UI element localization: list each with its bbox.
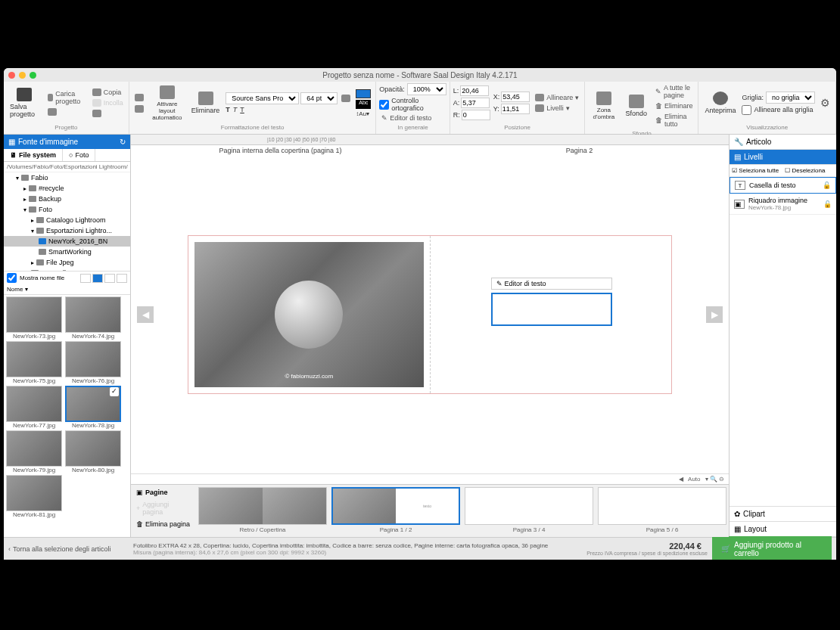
clipart-header[interactable]: ✿Clipart	[730, 507, 836, 522]
page-right[interactable]: ✎Editor di testo	[431, 236, 672, 393]
new-project-button[interactable]	[45, 107, 87, 116]
tab-photo[interactable]: ○Foto	[63, 149, 95, 161]
delete-button[interactable]: Eliminare	[188, 90, 223, 116]
text-editor-popup-button[interactable]: ✎Editor di testo	[491, 278, 612, 290]
shadow-button[interactable]: Zona d'ombra	[588, 90, 619, 122]
delete-page-button[interactable]: 🗑Elimina pagina	[133, 519, 194, 529]
auto-layout-button[interactable]: Attivare layout automatico	[149, 84, 185, 123]
lock-icon[interactable]: 🔓	[823, 182, 831, 189]
paste-button[interactable]: Incolla	[90, 98, 126, 107]
page-spread[interactable]: © fabiomuzzi.com ✎Editor di testo	[188, 235, 672, 394]
back-button[interactable]: ‹Torna alla selezione degli articoli	[8, 545, 133, 553]
snap-grid-checkbox[interactable]: Allineare alla griglia	[742, 105, 815, 115]
undo-button[interactable]	[90, 109, 126, 118]
layout-header[interactable]: ▦Layout	[730, 522, 836, 537]
maximize-window[interactable]	[30, 72, 36, 79]
canvas-area: |10 |20 |30 |40 |50 |60 |70 |80 Pagina i…	[131, 135, 729, 537]
next-page-button[interactable]: ▶	[706, 306, 723, 323]
background-button[interactable]: Sfondo	[622, 93, 650, 119]
align-button[interactable]: Allineare▾	[533, 93, 581, 102]
close-window[interactable]	[8, 72, 15, 79]
prev-page-button[interactable]: ◀	[137, 306, 154, 323]
italic-button[interactable]: T	[233, 106, 238, 113]
tab-filesystem[interactable]: 🖥File system	[4, 149, 63, 161]
y-input[interactable]	[501, 104, 530, 114]
select-all-button[interactable]: ☑ Seleziona tutte	[732, 167, 779, 174]
load-project-button[interactable]: Carica progetto	[45, 89, 87, 106]
tree-item[interactable]: ▾Fabio	[4, 172, 130, 183]
underline-button[interactable]: T	[240, 106, 244, 113]
tree-item[interactable]: ▸Backup	[4, 194, 130, 204]
thumbnail[interactable]: NewYork-81.jpg	[5, 475, 63, 518]
align-left-button[interactable]	[339, 92, 353, 104]
font-size-select[interactable]: 64 pt	[300, 92, 338, 104]
page-thumb-12[interactable]: testo Pagina 1 / 2	[331, 487, 460, 535]
ruler-horizontal: |10 |20 |30 |40 |50 |60 |70 |80	[131, 135, 729, 145]
tree-item[interactable]: ▸File Jpeg	[4, 257, 130, 268]
deselect-button[interactable]: ☐ Deseleziona	[785, 167, 825, 174]
thumbnail[interactable]: NewYork-75.jpg	[5, 341, 63, 384]
spellcheck-checkbox[interactable]: Controllo ortografico	[379, 97, 446, 112]
minimize-window[interactable]	[19, 72, 26, 79]
page-left[interactable]: © fabiomuzzi.com	[188, 236, 431, 393]
text-box-selected[interactable]	[491, 293, 612, 326]
tree-item-selected[interactable]: NewYork_2016_BN	[4, 236, 130, 247]
thumbnail[interactable]: NewYork-73.jpg	[5, 296, 63, 340]
page-thumb-56[interactable]: Pagina 5 / 6	[598, 487, 726, 535]
settings-button[interactable]: ⚙	[818, 96, 832, 110]
thumbnail[interactable]: NewYork-79.jpg	[5, 430, 63, 473]
thumbnail[interactable]: NewYork-77.jpg	[5, 386, 63, 429]
placed-image[interactable]: © fabiomuzzi.com	[194, 242, 424, 387]
grid-select[interactable]: no griglia	[766, 92, 815, 104]
opacity-select[interactable]: 100%	[407, 83, 446, 95]
show-filename-checkbox[interactable]	[7, 273, 17, 283]
tree-item[interactable]: SmartWorking	[4, 247, 130, 257]
text-editor-button[interactable]: ✎Editor di testo	[379, 113, 446, 123]
thumbnail[interactable]: NewYork-80.jpg	[64, 430, 122, 473]
thumbnail[interactable]: NewYork-74.jpg	[64, 296, 122, 340]
price-label: 220,44 €	[669, 542, 702, 551]
bg-color-button[interactable]: Abc	[356, 100, 371, 109]
font-family-select[interactable]: Source Sans Pro	[226, 92, 299, 104]
line-height-button[interactable]: ↕Au▾	[356, 110, 369, 117]
delete-bg-button[interactable]: 🗑Eliminare	[653, 101, 695, 110]
add-shape-button[interactable]	[132, 104, 146, 113]
width-input[interactable]	[460, 85, 489, 96]
height-input[interactable]	[461, 98, 490, 108]
folder-tree: ▾Fabio ▸#recycle ▸Backup ▾Foto ▸Catalogo…	[4, 172, 130, 271]
thumbnail[interactable]: NewYork-76.jpg	[64, 341, 122, 384]
text-color-button[interactable]	[356, 89, 371, 98]
save-button[interactable]: Salva progetto	[7, 86, 42, 119]
all-pages-button[interactable]: ✎A tutte le pagine	[653, 83, 695, 100]
bold-button[interactable]: T	[226, 106, 230, 113]
page-thumb-cover[interactable]: Retro / Copertina	[198, 487, 327, 535]
zoom-select[interactable]: Auto	[688, 476, 700, 483]
page-thumb-34[interactable]: Pagina 3 / 4	[465, 487, 593, 535]
thumbnail-used[interactable]: NewYork-78.jpg	[64, 386, 122, 429]
add-to-cart-button[interactable]: 🛒Aggiungi prodotto al carrello	[712, 536, 832, 560]
page1-label: Pagina interna della copertina (pagina 1…	[131, 147, 430, 154]
refresh-icon[interactable]: ↻	[120, 138, 126, 146]
levels-button[interactable]: Livelli▾	[533, 104, 581, 113]
view-list-button[interactable]	[117, 274, 127, 283]
add-text-button[interactable]	[132, 93, 146, 102]
view-small-button[interactable]	[104, 274, 115, 283]
tree-item[interactable]: ▾Esportazioni Lightro...	[4, 225, 130, 236]
tree-item[interactable]: ▸#recycle	[4, 183, 130, 194]
x-input[interactable]	[501, 92, 530, 102]
tree-item[interactable]: ▾Foto	[4, 204, 130, 215]
rotation-input[interactable]	[462, 110, 490, 120]
delete-all-button[interactable]: 🗑Elimina tutto	[653, 112, 695, 129]
add-page-button[interactable]: +Aggiungi pagina	[133, 499, 194, 517]
copy-button[interactable]: Copia	[90, 88, 126, 97]
lock-icon[interactable]: 🔓	[823, 200, 832, 208]
preview-button[interactable]: Anteprima	[702, 90, 739, 116]
layer-image[interactable]: ▣ Riquadro immagine NewYork-78.jpg 🔓	[730, 194, 836, 215]
layer-textbox[interactable]: T Casella di testo 🔓	[730, 177, 836, 194]
tree-item[interactable]: ▸Catalogo Lightroom	[4, 215, 130, 225]
layers-header[interactable]: ▤Livelli	[730, 150, 836, 165]
view-large-button[interactable]	[80, 274, 91, 283]
article-header[interactable]: 🔧Articolo	[730, 135, 836, 150]
view-grid-button[interactable]	[92, 274, 103, 283]
sort-select[interactable]: Nome	[7, 286, 23, 293]
